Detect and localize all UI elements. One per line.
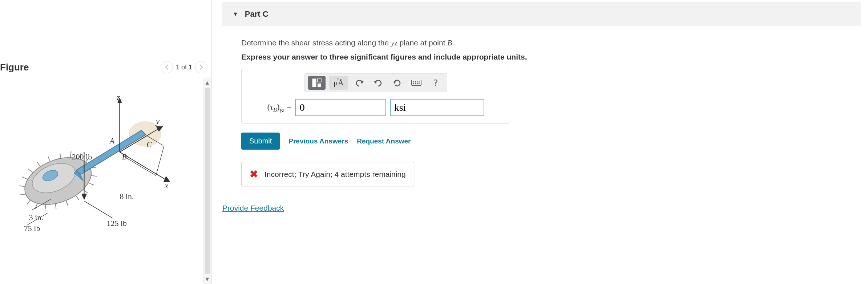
svg-line-35: [156, 146, 164, 176]
svg-rect-40: [318, 84, 321, 87]
svg-marker-41: [361, 80, 364, 84]
question-panel: ▼ Part C Determine the shear stress acti…: [211, 0, 868, 284]
scroll-down-icon[interactable]: ▼: [205, 276, 210, 283]
svg-line-21: [43, 205, 48, 211]
figure-image: z y x A B C 200 lb 75 lb 125 lb 8 in. 3 …: [0, 78, 203, 284]
incorrect-icon: ✖: [250, 168, 258, 180]
previous-answers-link[interactable]: Previous Answers: [288, 137, 348, 145]
variable-label: (τB)yz =: [267, 102, 291, 113]
svg-line-18: [76, 195, 79, 200]
figure-prev-button[interactable]: [161, 61, 173, 73]
svg-marker-42: [374, 80, 377, 84]
redo-icon: [374, 79, 383, 87]
help-icon: ?: [433, 77, 438, 88]
q-plane: yz: [391, 38, 397, 47]
axis-x-label: x: [164, 181, 168, 190]
undo-button[interactable]: [352, 76, 367, 90]
svg-line-23: [26, 200, 32, 205]
svg-line-20: [54, 204, 57, 209]
help-button[interactable]: ?: [428, 76, 443, 90]
point-c-label: C: [146, 140, 152, 149]
feedback-message: Incorrect; Try Again; 4 attempts remaini…: [265, 170, 406, 179]
force-125-label: 125 lb: [106, 219, 127, 228]
reset-icon: [393, 78, 401, 87]
var-sub1: B: [273, 106, 277, 113]
question-text: Determine the shear stress acting along …: [241, 38, 861, 48]
svg-line-4: [20, 193, 25, 196]
feedback-box: ✖ Incorrect; Try Again; 4 attempts remai…: [241, 162, 414, 186]
svg-line-32: [84, 201, 113, 218]
request-answer-link[interactable]: Request Answer: [357, 137, 411, 145]
template-button[interactable]: [308, 76, 326, 90]
keyboard-button[interactable]: [408, 76, 424, 90]
keyboard-icon: [411, 80, 421, 86]
value-input[interactable]: [295, 99, 386, 116]
redo-button[interactable]: [371, 76, 386, 90]
force-200-label: 200 lb: [72, 152, 92, 161]
svg-line-9: [48, 156, 50, 162]
axis-z-label: z: [116, 93, 120, 102]
q-point: B: [447, 38, 452, 47]
figure-body: z y x A B C 200 lb 75 lb 125 lb 8 in. 3 …: [0, 78, 211, 284]
chevron-left-icon: [165, 65, 169, 70]
svg-marker-43: [393, 81, 396, 84]
svg-line-16: [89, 181, 94, 187]
submit-button[interactable]: Submit: [241, 133, 280, 150]
svg-line-7: [28, 168, 33, 174]
scroll-thumb[interactable]: [205, 88, 210, 274]
scroll-up-icon[interactable]: ▲: [205, 80, 210, 86]
reset-button[interactable]: [389, 76, 405, 90]
unit-input[interactable]: [390, 99, 484, 116]
dim-8in-label: 8 in.: [120, 192, 134, 201]
caret-down-icon: ▼: [233, 11, 238, 17]
answer-widget: μÅ ° ? (τB)yz =: [241, 68, 510, 124]
q-mid: plane at point: [397, 38, 448, 47]
provide-feedback-link[interactable]: Provide Feedback: [222, 204, 861, 212]
question-hint: Express your answer to three significant…: [241, 53, 861, 61]
undo-icon: [355, 79, 364, 87]
point-b-label: B: [122, 152, 126, 161]
var-sub2: yz: [280, 106, 284, 113]
svg-line-6: [22, 175, 28, 181]
answer-input-row: (τB)yz =: [247, 99, 505, 116]
part-header[interactable]: ▼ Part C: [222, 2, 861, 26]
figure-panel: Figure 1 of 1: [0, 0, 211, 284]
figure-header: Figure 1 of 1: [0, 54, 211, 78]
svg-line-5: [19, 184, 25, 188]
var-greek: τ: [270, 102, 273, 111]
svg-marker-31: [82, 194, 86, 199]
svg-line-28: [120, 152, 167, 180]
part-title: Part C: [245, 9, 269, 19]
svg-rect-38: [312, 79, 316, 87]
q-pre: Determine the shear stress acting along …: [241, 38, 391, 47]
equals: =: [284, 102, 292, 111]
svg-line-8: [37, 162, 40, 167]
svg-line-10: [58, 153, 62, 158]
svg-rect-39: [318, 79, 321, 82]
fraction-template-icon: [312, 78, 322, 88]
figure-pager-text: 1 of 1: [176, 64, 192, 71]
chevron-right-icon: [199, 65, 203, 70]
dim-3in-label: 3 in.: [29, 213, 43, 222]
svg-line-19: [66, 200, 68, 206]
figure-scrollbar[interactable]: ▲ ▼: [203, 78, 211, 284]
q-post: .: [452, 38, 454, 47]
units-button[interactable]: μÅ °: [329, 76, 348, 90]
svg-line-15: [91, 174, 97, 178]
units-label: μÅ: [334, 78, 344, 88]
answer-toolbar: μÅ ° ?: [304, 73, 447, 92]
force-75-label: 75 lb: [24, 224, 40, 233]
figure-next-button[interactable]: [195, 61, 207, 73]
figure-pager: 1 of 1: [161, 61, 207, 73]
axis-y-label: y: [155, 117, 160, 126]
svg-line-33: [122, 156, 156, 176]
point-a-label: A: [109, 136, 114, 145]
figure-title: Figure: [0, 62, 29, 73]
actions-row: Submit Previous Answers Request Answer: [241, 133, 861, 150]
